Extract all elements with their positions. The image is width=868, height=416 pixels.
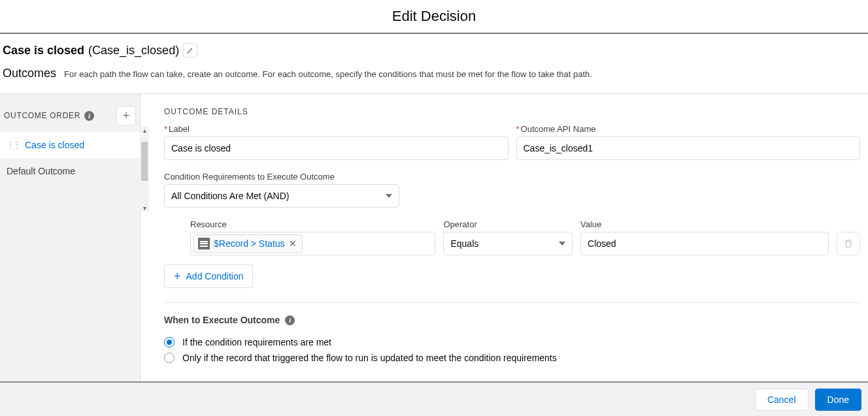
chevron-down-icon — [386, 194, 392, 198]
value-input-value: Closed — [588, 238, 616, 249]
api-name-input-value: Case_is_closed1 — [524, 143, 593, 153]
info-icon[interactable]: i — [84, 111, 94, 121]
modal-title: Edit Decision — [0, 0, 868, 34]
decision-label: Case is closed — [3, 44, 84, 57]
outcome-item-case-is-closed[interactable]: ⋮⋮ Case is closed — [0, 132, 140, 158]
edit-name-button[interactable] — [183, 43, 197, 57]
outcome-details-heading: OUTCOME DETAILS — [164, 107, 860, 124]
delete-condition-button[interactable] — [837, 232, 860, 255]
condition-requirements-select[interactable]: All Conditions Are Met (AND) — [164, 184, 399, 208]
outcomes-heading-row: Outcomes For each path the flow can take… — [0, 61, 868, 87]
label-input[interactable]: Case is closed — [164, 136, 509, 160]
operator-label: Operator — [443, 219, 573, 229]
outcome-item-default[interactable]: Default Outcome — [0, 158, 140, 184]
scroll-down-icon: ▾ — [143, 204, 146, 212]
divider — [164, 302, 860, 303]
when-to-execute-heading-text: When to Execute Outcome — [164, 315, 280, 325]
operator-value: Equals — [450, 238, 478, 249]
resource-input[interactable]: $Record > Status ✕ — [190, 232, 435, 255]
when-to-execute-heading: When to Execute Outcome i — [164, 315, 860, 325]
info-icon[interactable]: i — [285, 315, 295, 325]
resource-pill-label: $Record > Status — [214, 238, 285, 249]
execute-option-always[interactable]: If the condition requirements are met — [164, 334, 860, 350]
add-condition-button[interactable]: + Add Condition — [164, 264, 253, 288]
outcomes-heading: Outcomes — [3, 67, 56, 80]
drag-handle-icon[interactable]: ⋮⋮ — [7, 140, 20, 150]
api-name-field-label: Outcome API Name — [516, 124, 861, 134]
modal-footer: Cancel Done — [0, 381, 868, 416]
cancel-button[interactable]: Cancel — [755, 389, 809, 411]
chevron-down-icon — [559, 242, 565, 246]
execute-option-label: Only if the record that triggered the fl… — [182, 353, 557, 363]
pencil-icon — [186, 46, 194, 54]
resource-label: Resource — [190, 219, 435, 229]
add-condition-label: Add Condition — [186, 271, 244, 281]
execute-option-only-on-change[interactable]: Only if the record that triggered the fl… — [164, 350, 860, 366]
decision-name-row: Case is closed (Case_is_closed) — [0, 34, 868, 61]
resource-pill: $Record > Status ✕ — [193, 234, 303, 253]
radio-icon — [164, 353, 175, 363]
outcomes-description: For each path the flow can take, create … — [64, 69, 592, 79]
trash-icon — [843, 238, 854, 249]
remove-resource-button[interactable]: ✕ — [289, 238, 297, 249]
label-field-label: Label — [164, 124, 509, 134]
scroll-thumb — [141, 142, 148, 181]
execute-option-label: If the condition requirements are met — [182, 337, 331, 347]
radio-icon — [164, 337, 175, 347]
plus-icon: + — [174, 270, 181, 283]
add-outcome-button[interactable]: + — [116, 106, 136, 125]
api-name-input[interactable]: Case_is_closed1 — [516, 136, 861, 160]
done-button[interactable]: Done — [815, 389, 861, 411]
outcome-order-sidebar: OUTCOME ORDER i + ⋮⋮ Case is closed Defa… — [0, 94, 141, 381]
outcome-details-panel: OUTCOME DETAILS Label Case is closed Out… — [141, 94, 868, 381]
outcome-order-label: OUTCOME ORDER — [4, 111, 80, 120]
value-label: Value — [580, 219, 829, 229]
condition-requirements-value: All Conditions Are Met (AND) — [171, 191, 290, 201]
condition-row: Resource $Record > Status ✕ Operator Equ… — [190, 219, 860, 255]
value-input[interactable]: Closed — [580, 232, 829, 255]
operator-select[interactable]: Equals — [443, 232, 573, 255]
record-icon — [198, 238, 210, 249]
label-input-value: Case is closed — [171, 143, 231, 153]
scroll-up-icon: ▴ — [143, 127, 146, 134]
condition-requirements-label: Condition Requirements to Execute Outcom… — [164, 172, 860, 182]
outcome-item-label: Case is closed — [25, 140, 84, 150]
sidebar-scrollbar[interactable]: ▴ ▾ — [140, 127, 149, 212]
decision-api-name: (Case_is_closed) — [88, 44, 179, 57]
outcome-item-label: Default Outcome — [7, 166, 75, 176]
